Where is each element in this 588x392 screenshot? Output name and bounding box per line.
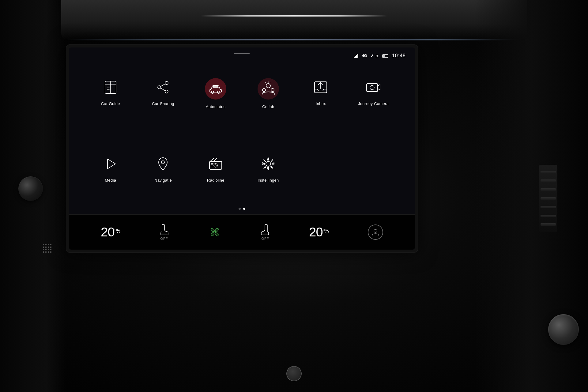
profile-icon xyxy=(371,228,380,237)
air-vent xyxy=(539,165,557,232)
svg-line-36 xyxy=(210,158,214,161)
seat-heat-left-btn[interactable]: OFF xyxy=(160,224,169,240)
svg-point-9 xyxy=(165,81,168,85)
page-dot-2[interactable] xyxy=(243,208,245,210)
app-grid-row1: Car Guide Car Sharing xyxy=(87,66,397,121)
app-empty-2 xyxy=(350,149,397,189)
inbox-icon xyxy=(313,79,329,95)
radioline-icon-container xyxy=(206,155,225,173)
media-label: Media xyxy=(105,178,116,183)
profile-icon-btn[interactable] xyxy=(368,224,383,240)
network-type-label: 4G xyxy=(362,54,367,58)
svg-line-37 xyxy=(214,158,217,161)
instellingen-icon-container xyxy=(259,155,277,173)
infotainment-screen: 4G ✗ 10:48 xyxy=(69,47,415,250)
status-bar: 4G ✗ 10:48 xyxy=(354,53,406,58)
svg-line-12 xyxy=(161,84,165,86)
journey-camera-label: Journey Camera xyxy=(358,101,389,106)
navigatie-label: Navigatie xyxy=(154,178,172,183)
seat-heat-right-label: OFF xyxy=(262,237,269,240)
inbox-label: Inbox xyxy=(316,101,326,106)
app-grid-row2: Media Navigatie xyxy=(87,142,397,195)
book-icon xyxy=(103,79,119,95)
svg-point-38 xyxy=(266,161,271,166)
colab-icon-container xyxy=(258,78,279,100)
media-icon-container xyxy=(101,155,120,173)
seat-heat-right-btn[interactable]: OFF xyxy=(261,224,270,240)
app-car-guide[interactable]: Car Guide xyxy=(87,72,134,115)
page-dot-1[interactable] xyxy=(239,208,241,210)
svg-point-29 xyxy=(161,161,164,164)
radioline-label: Radioline xyxy=(207,178,224,183)
settings-icon xyxy=(260,156,276,172)
navigatie-icon-container xyxy=(154,155,172,173)
svg-rect-25 xyxy=(367,84,378,92)
climate-temp-left[interactable]: 20 o5 xyxy=(101,225,120,239)
car-icon xyxy=(209,83,223,94)
colab-icon xyxy=(261,81,276,96)
car-sharing-label: Car Sharing xyxy=(152,101,174,106)
right-knob[interactable] xyxy=(548,314,579,345)
svg-point-11 xyxy=(165,90,168,93)
app-car-sharing[interactable]: Car Sharing xyxy=(140,72,187,115)
app-inbox[interactable]: Inbox xyxy=(298,72,344,115)
app-empty-1 xyxy=(298,149,344,189)
svg-point-32 xyxy=(215,165,216,166)
temp-left-degree: o5 xyxy=(115,227,120,235)
fan-icon xyxy=(208,225,221,239)
app-media[interactable]: Media xyxy=(87,149,134,189)
play-icon xyxy=(103,156,119,172)
right-interior xyxy=(475,0,588,392)
page-indicators xyxy=(239,208,245,210)
svg-point-40 xyxy=(374,229,377,232)
temp-right-degree: o5 xyxy=(323,227,329,235)
svg-line-22 xyxy=(266,82,266,83)
car-sharing-icon-container xyxy=(154,78,172,96)
home-button[interactable] xyxy=(286,366,302,381)
svg-point-31 xyxy=(214,164,217,167)
svg-point-17 xyxy=(266,84,270,88)
autostatus-label: Autostatus xyxy=(206,104,225,109)
radio-icon xyxy=(208,156,224,172)
svg-line-21 xyxy=(271,82,271,83)
sync-icon xyxy=(382,54,388,58)
app-journey-camera[interactable]: Journey Camera xyxy=(350,72,397,115)
app-navigatie[interactable]: Navigatie xyxy=(140,149,187,189)
left-dots xyxy=(43,244,54,255)
app-colab[interactable]: Co:lab xyxy=(245,72,292,115)
temp-left-value: 20 xyxy=(101,225,115,239)
autostatus-icon-container xyxy=(205,78,226,100)
svg-marker-28 xyxy=(107,159,115,169)
car-guide-label: Car Guide xyxy=(101,101,120,106)
temp-right-value: 20 xyxy=(309,225,323,239)
svg-line-13 xyxy=(161,88,165,91)
time-display: 10:48 xyxy=(392,53,406,58)
bluetooth-icon: ✗ xyxy=(371,53,379,58)
seat-icon-left xyxy=(160,224,169,236)
app-radioline[interactable]: Radioline xyxy=(192,149,239,189)
left-knob[interactable] xyxy=(18,176,43,201)
svg-point-27 xyxy=(370,85,374,90)
journey-camera-icon-container xyxy=(364,78,383,96)
app-autostatus[interactable]: Autostatus xyxy=(192,72,239,115)
fan-btn[interactable] xyxy=(208,225,221,239)
svg-marker-26 xyxy=(378,85,380,90)
svg-point-18 xyxy=(262,89,266,92)
location-icon xyxy=(155,156,171,172)
svg-point-10 xyxy=(158,86,161,89)
ambient-light-strip xyxy=(66,39,522,40)
camera-icon xyxy=(365,79,381,95)
climate-bar: 20 o5 OFF xyxy=(69,214,415,250)
share-icon xyxy=(155,79,171,95)
signal-strength-icon xyxy=(354,54,358,58)
instellingen-label: Instellingen xyxy=(258,178,279,183)
svg-point-19 xyxy=(271,89,274,92)
colab-label: Co:lab xyxy=(262,104,274,109)
svg-rect-30 xyxy=(209,161,222,169)
top-interior-bar xyxy=(61,0,527,40)
app-instellingen[interactable]: Instellingen xyxy=(245,149,292,189)
seat-icon-right xyxy=(261,224,270,236)
inbox-icon-container xyxy=(311,78,330,96)
climate-temp-right[interactable]: 20 o5 xyxy=(309,225,329,239)
left-interior xyxy=(0,0,66,392)
